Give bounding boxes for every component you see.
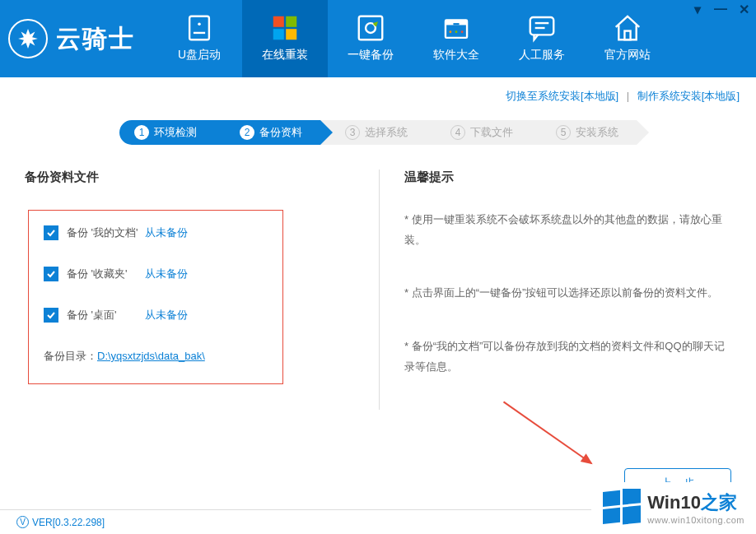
nav-usb-boot[interactable]: U盘启动 bbox=[156, 0, 242, 77]
svg-rect-22 bbox=[623, 505, 641, 524]
window-controls: ▾ — ✕ bbox=[692, 3, 749, 15]
step-env-check[interactable]: 1环境检测 bbox=[119, 120, 215, 145]
status-documents: 从未备份 bbox=[145, 225, 188, 240]
svg-rect-20 bbox=[623, 489, 641, 504]
step-select-system[interactable]: 3选择系统 bbox=[320, 120, 426, 145]
annotation-arrow bbox=[503, 402, 592, 464]
tips-title: 温馨提示 bbox=[404, 169, 731, 185]
separator: | bbox=[627, 90, 629, 102]
svg-point-0 bbox=[26, 36, 31, 42]
nav-support[interactable]: 人工服务 bbox=[499, 0, 585, 77]
link-switch-local[interactable]: 切换至系统安装[本地版] bbox=[506, 90, 618, 102]
main-nav: U盘启动 在线重装 一键备份 软件大全 人工服务 官方网站 bbox=[156, 0, 670, 77]
svg-point-13 bbox=[455, 30, 458, 33]
backup-item-favorites: 备份 '收藏夹' 从未备份 bbox=[44, 267, 268, 281]
close-button[interactable]: ✕ bbox=[738, 3, 749, 15]
svg-rect-21 bbox=[603, 508, 620, 524]
watermark-text: Win10之家 www.win10xitong.com bbox=[647, 490, 744, 525]
windows-logo-icon bbox=[603, 489, 641, 527]
svg-rect-4 bbox=[273, 16, 284, 27]
svg-rect-3 bbox=[194, 32, 205, 34]
wizard-steps: 1环境检测 2备份资料 3选择系统 4下载文件 5安装系统 bbox=[0, 120, 756, 145]
nav-software[interactable]: 软件大全 bbox=[413, 0, 499, 77]
svg-rect-18 bbox=[624, 31, 630, 40]
link-make-local[interactable]: 制作系统安装[本地版] bbox=[637, 90, 740, 102]
step-install[interactable]: 5安装系统 bbox=[531, 120, 637, 145]
backup-box: 备份 '我的文档' 从未备份 备份 '收藏夹' 从未备份 备份 '桌面' 从未备… bbox=[28, 210, 283, 384]
tip-1: * 使用一键重装系统不会破坏系统盘以外的其他盘的数据，请放心重装。 bbox=[404, 210, 731, 250]
checkbox-documents[interactable] bbox=[44, 225, 58, 240]
svg-rect-1 bbox=[189, 16, 209, 40]
backup-item-documents: 备份 '我的文档' 从未备份 bbox=[44, 225, 268, 240]
app-title: 云骑士 bbox=[56, 22, 135, 56]
backup-title: 备份资料文件 bbox=[25, 169, 354, 185]
nav-online-reinstall[interactable]: 在线重装 bbox=[242, 0, 328, 77]
refresh-icon bbox=[355, 15, 386, 41]
chat-icon bbox=[526, 15, 558, 41]
svg-rect-19 bbox=[603, 490, 620, 507]
app-header: 云骑士 U盘启动 在线重装 一键备份 软件大全 人工服务 官方网站 ▾ — bbox=[0, 0, 756, 77]
tip-3: * 备份“我的文档”可以备份存放到我的文档的资料文件和QQ的聊天记录等信息。 bbox=[404, 337, 731, 377]
logo-icon bbox=[8, 19, 48, 58]
minimize-button[interactable]: — bbox=[715, 3, 726, 15]
home-icon bbox=[612, 15, 643, 41]
step-backup[interactable]: 2备份资料 bbox=[215, 120, 320, 145]
step-download[interactable]: 4下载文件 bbox=[426, 120, 531, 145]
tips-panel: 温馨提示 * 使用一键重装系统不会破坏系统盘以外的其他盘的数据，请放心重装。 *… bbox=[379, 169, 731, 410]
left-panel: 备份资料文件 备份 '我的文档' 从未备份 备份 '收藏夹' 从未备份 备份 '… bbox=[25, 169, 379, 410]
backup-item-desktop: 备份 '桌面' 从未备份 bbox=[44, 308, 268, 323]
windows-icon bbox=[269, 15, 301, 41]
svg-rect-5 bbox=[286, 16, 296, 27]
backup-dir-link[interactable]: D:\yqsxtzjds\data_bak\ bbox=[97, 350, 205, 362]
box-icon bbox=[441, 15, 472, 41]
svg-rect-8 bbox=[359, 16, 383, 40]
sublinks-bar: 切换至系统安装[本地版] | 制作系统安装[本地版] bbox=[0, 77, 756, 112]
checkbox-favorites[interactable] bbox=[44, 267, 58, 281]
nav-official-site[interactable]: 官方网站 bbox=[585, 0, 670, 77]
svg-point-2 bbox=[198, 22, 201, 26]
svg-point-14 bbox=[461, 30, 464, 33]
version-icon: V bbox=[16, 516, 29, 528]
svg-rect-15 bbox=[530, 17, 554, 35]
main-content: 备份资料文件 备份 '我的文档' 从未备份 备份 '收藏夹' 从未备份 备份 '… bbox=[0, 169, 756, 410]
svg-point-12 bbox=[449, 30, 451, 33]
backup-directory: 备份目录：D:\yqsxtzjds\data_bak\ bbox=[44, 349, 268, 364]
version-info: V VER[0.3.22.298] bbox=[16, 516, 105, 528]
logo-area: 云骑士 bbox=[0, 19, 156, 58]
svg-rect-6 bbox=[273, 29, 284, 39]
svg-rect-11 bbox=[453, 23, 459, 25]
status-favorites: 从未备份 bbox=[145, 267, 188, 281]
watermark: Win10之家 www.win10xitong.com bbox=[591, 482, 756, 530]
svg-rect-7 bbox=[286, 29, 296, 39]
tip-2: * 点击界面上的“一键备份”按钮可以选择还原以前备份的资料文件。 bbox=[404, 283, 731, 304]
settings-button[interactable]: ▾ bbox=[692, 3, 703, 15]
status-desktop: 从未备份 bbox=[145, 308, 188, 323]
nav-one-click-backup[interactable]: 一键备份 bbox=[328, 0, 413, 77]
checkbox-desktop[interactable] bbox=[44, 308, 58, 323]
usb-icon bbox=[184, 15, 215, 41]
